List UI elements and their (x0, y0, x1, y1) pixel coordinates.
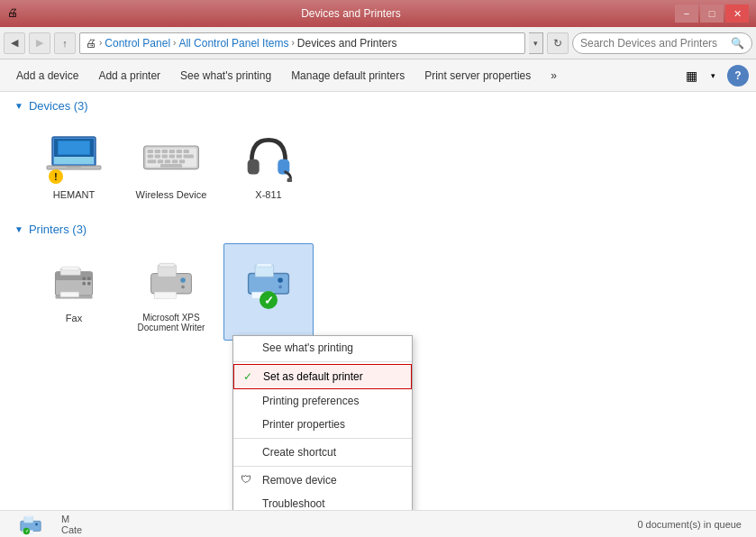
devices-section-title: Devices (3) (29, 99, 88, 113)
svg-rect-42 (159, 263, 175, 267)
manage-default-printers-button[interactable]: Manage default printers (282, 63, 414, 88)
more-options-button[interactable]: » (542, 63, 566, 88)
add-device-button[interactable]: Add a device (7, 63, 87, 88)
svg-rect-27 (248, 159, 260, 175)
ctx-troubleshoot[interactable]: Troubleshoot (233, 492, 412, 510)
svg-rect-24 (172, 159, 178, 163)
device-label-hemant: HEMANT (53, 189, 95, 200)
svg-rect-23 (165, 159, 170, 163)
status-printer-icon: ✓ (14, 512, 47, 537)
printer-icon-fax (45, 251, 103, 309)
headset-icon (243, 132, 294, 182)
see-whats-printing-button[interactable]: See what's printing (171, 63, 280, 88)
devices-section-header[interactable]: ▼ Devices (3) (14, 99, 742, 113)
close-button[interactable]: ✕ (725, 5, 749, 23)
forward-button[interactable]: ▶ (29, 32, 50, 54)
device-label-x811: X-811 (255, 189, 281, 200)
status-bar: ✓ M Cate 0 document(s) in queue (0, 510, 756, 537)
path-control-panel[interactable]: Control Panel (105, 37, 170, 50)
window-title: Devices and Printers (27, 7, 675, 20)
maximize-button[interactable]: □ (700, 5, 724, 23)
search-icon: 🔍 (731, 37, 744, 50)
ctx-see-whats-printing[interactable]: See what's printing (233, 336, 412, 360)
svg-rect-21 (148, 159, 157, 163)
devices-grid: ! HEMANT (29, 120, 742, 208)
svg-rect-17 (162, 155, 168, 159)
checkmark-icon: ✓ (243, 370, 252, 383)
device-item-x811[interactable]: X-811 (223, 120, 314, 208)
ctx-label-see-whats-printing: See what's printing (262, 341, 353, 354)
ctx-set-default-printer[interactable]: ✓ Set as default printer (233, 364, 412, 389)
help-button[interactable]: ? (727, 65, 749, 86)
svg-rect-13 (177, 150, 182, 153)
svg-rect-10 (155, 150, 160, 153)
device-item-wireless[interactable]: Wireless Device (126, 120, 216, 208)
ctx-label-troubleshoot: Troubleshoot (262, 497, 325, 510)
printers-section-title: Printers (3) (29, 223, 87, 236)
address-path: 🖨 › Control Panel › All Control Panel It… (79, 32, 525, 54)
device-item-hemant[interactable]: ! HEMANT (29, 120, 119, 208)
up-button[interactable]: ↑ (54, 32, 76, 54)
svg-rect-12 (169, 150, 175, 153)
ctx-remove-device[interactable]: 🛡 Remove device (233, 469, 412, 492)
search-box[interactable]: 🔍 (572, 32, 752, 54)
ctx-printing-preferences[interactable]: Printing preferences (233, 389, 412, 413)
devices-collapse-arrow: ▼ (14, 101, 23, 111)
svg-text:✓: ✓ (25, 529, 29, 533)
ctx-separator-3 (233, 466, 412, 467)
ctx-create-shortcut[interactable]: Create shortcut (233, 441, 412, 464)
svg-rect-39 (60, 292, 79, 297)
ctx-label-set-default: Set as default printer (263, 370, 363, 383)
printers-grid: Fax Microsoft XPSDocument Writer (29, 243, 742, 341)
svg-rect-18 (169, 155, 175, 159)
minimize-button[interactable]: − (675, 5, 698, 23)
svg-point-35 (87, 277, 91, 280)
status-category: Cate (61, 524, 82, 535)
path-dropdown-button[interactable]: ▾ (529, 32, 543, 54)
device-icon-wireless (142, 128, 200, 186)
keyboard-icon (142, 135, 200, 178)
refresh-button[interactable]: ↻ (547, 32, 569, 54)
ctx-label-remove-device: Remove device (262, 474, 337, 487)
fax-icon (49, 255, 99, 305)
view-dropdown-button[interactable]: ▾ (706, 63, 720, 88)
path-all-items[interactable]: All Control Panel Items (178, 37, 288, 50)
svg-point-44 (180, 278, 186, 283)
ctx-separator-2 (233, 438, 412, 439)
svg-rect-6 (67, 166, 81, 168)
svg-point-45 (181, 286, 185, 289)
ctx-separator-1 (233, 361, 412, 362)
printer-label-fax: Fax (66, 313, 82, 323)
view-button[interactable]: ▦ (679, 63, 704, 88)
printer-icon-xps (142, 251, 200, 309)
printer-item-fax[interactable]: Fax (29, 243, 119, 341)
svg-point-36 (82, 282, 86, 286)
printer-item-selected[interactable]: ✓ (223, 243, 314, 341)
svg-rect-19 (177, 155, 182, 159)
print-server-properties-button[interactable]: Print server properties (415, 63, 540, 88)
window-controls: − □ ✕ (675, 5, 749, 23)
search-input[interactable] (580, 37, 731, 50)
svg-rect-26 (160, 164, 182, 168)
printers-collapse-arrow: ▼ (14, 224, 23, 234)
back-button[interactable]: ◀ (4, 32, 25, 54)
warning-badge-hemant: ! (49, 169, 63, 184)
app-icon: 🖨 (7, 6, 22, 21)
printer-item-xps[interactable]: Microsoft XPSDocument Writer (126, 243, 216, 341)
printer-label-xps: Microsoft XPSDocument Writer (138, 313, 205, 332)
svg-rect-4 (59, 141, 89, 154)
svg-rect-25 (179, 159, 185, 163)
title-bar: 🖨 Devices and Printers − □ ✕ (0, 0, 756, 27)
ctx-printer-properties[interactable]: Printer properties (233, 413, 412, 436)
svg-point-37 (87, 282, 91, 286)
svg-point-34 (82, 277, 86, 280)
add-printer-button[interactable]: Add a printer (89, 63, 169, 88)
svg-rect-43 (154, 292, 176, 298)
svg-point-51 (278, 286, 282, 289)
printers-section-header[interactable]: ▼ Printers (3) (14, 223, 742, 236)
context-menu: See what's printing ✓ Set as default pri… (232, 335, 413, 510)
svg-rect-48 (257, 263, 272, 267)
svg-rect-54 (24, 515, 32, 517)
address-bar: ◀ ▶ ↑ 🖨 › Control Panel › All Control Pa… (0, 27, 756, 59)
path-icon: 🖨 (86, 37, 96, 50)
